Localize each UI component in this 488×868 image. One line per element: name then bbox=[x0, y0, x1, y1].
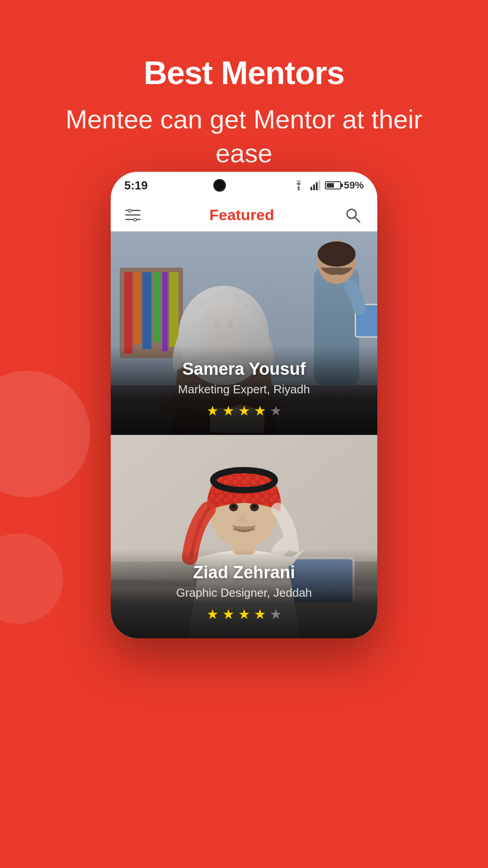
status-icons: 59% bbox=[291, 179, 364, 191]
svg-rect-2 bbox=[313, 184, 315, 190]
mentor-card-1-overlay: Samera Yousuf Marketing Expert, Riyadh ★… bbox=[111, 346, 377, 435]
search-icon bbox=[344, 207, 361, 224]
svg-point-47 bbox=[232, 505, 235, 508]
mentor-1-name: Samera Yousuf bbox=[124, 359, 364, 379]
battery-fill bbox=[327, 183, 334, 188]
nav-title: Featured bbox=[209, 206, 274, 224]
mentor-2-name: Ziad Zehrani bbox=[124, 563, 364, 582]
mentor-card-2-overlay: Ziad Zehrani Graphic Designer, Jeddah ★ … bbox=[111, 549, 377, 638]
svg-point-28 bbox=[318, 241, 356, 267]
status-time: 5:19 bbox=[124, 179, 148, 193]
header-title: Best Mentors bbox=[0, 54, 488, 91]
star-2-5: ★ bbox=[270, 606, 282, 622]
mentor-2-stars: ★ ★ ★ ★ ★ bbox=[124, 606, 364, 622]
cards-container: Samera Yousuf Marketing Expert, Riyadh ★… bbox=[111, 231, 377, 638]
star-1-3: ★ bbox=[238, 403, 250, 419]
svg-line-6 bbox=[355, 217, 360, 222]
star-2-2: ★ bbox=[222, 606, 235, 622]
svg-rect-12 bbox=[142, 272, 151, 349]
app-nav-bar: Featured bbox=[111, 199, 377, 231]
star-2-3: ★ bbox=[238, 606, 250, 622]
svg-rect-1 bbox=[310, 187, 312, 190]
star-2-1: ★ bbox=[206, 606, 219, 622]
svg-rect-13 bbox=[153, 272, 160, 342]
star-1-4: ★ bbox=[254, 403, 266, 419]
battery-container: 59% bbox=[325, 179, 364, 191]
battery-text: 59% bbox=[344, 179, 364, 191]
star-1-1: ★ bbox=[206, 403, 219, 419]
phone-frame: 5:19 bbox=[111, 172, 377, 638]
header-subtitle: Mentee can get Mentor at their ease bbox=[0, 102, 488, 170]
svg-rect-10 bbox=[124, 272, 132, 354]
camera-icon bbox=[213, 179, 226, 192]
svg-rect-4 bbox=[319, 180, 320, 190]
wifi-icon bbox=[291, 180, 306, 190]
battery-icon bbox=[325, 181, 341, 189]
filter-dot-2 bbox=[133, 218, 137, 222]
mentor-2-title: Graphic Designer, Jeddah bbox=[124, 586, 364, 600]
star-2-4: ★ bbox=[254, 606, 266, 622]
status-bar: 5:19 bbox=[111, 172, 377, 199]
header-section: Best Mentors Mentee can get Mentor at th… bbox=[0, 0, 488, 198]
filter-dot-1 bbox=[128, 209, 131, 212]
svg-rect-11 bbox=[134, 272, 141, 344]
svg-rect-14 bbox=[162, 272, 168, 351]
mentor-1-stars: ★ ★ ★ ★ ★ bbox=[124, 403, 364, 419]
mentor-1-title: Marketing Expert, Riyadh bbox=[124, 382, 364, 396]
svg-point-0 bbox=[298, 189, 300, 190]
svg-point-48 bbox=[253, 505, 256, 508]
filter-line-1 bbox=[125, 209, 141, 212]
filter-line-2 bbox=[125, 214, 141, 216]
star-1-2: ★ bbox=[222, 403, 235, 419]
svg-rect-3 bbox=[316, 182, 318, 190]
search-button[interactable] bbox=[343, 205, 363, 225]
svg-rect-15 bbox=[169, 272, 178, 347]
filter-line-3 bbox=[125, 218, 141, 221]
star-1-5: ★ bbox=[270, 403, 282, 419]
mentor-card-2[interactable]: Ziad Zehrani Graphic Designer, Jeddah ★ … bbox=[111, 435, 377, 638]
phone-mockup: 5:19 bbox=[111, 172, 377, 638]
mentor-card-1[interactable]: Samera Yousuf Marketing Expert, Riyadh ★… bbox=[111, 231, 377, 435]
signal-icon bbox=[310, 180, 320, 190]
filter-menu-icon[interactable] bbox=[125, 209, 141, 221]
